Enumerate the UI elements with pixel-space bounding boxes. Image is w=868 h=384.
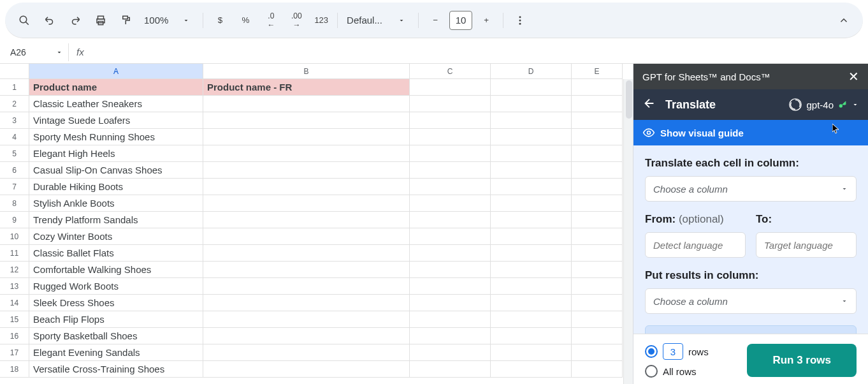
decrease-decimal-button[interactable]: .0←: [259, 9, 282, 32]
cell[interactable]: [572, 162, 623, 179]
cell[interactable]: Sleek Dress Shoes: [29, 295, 203, 311]
cell[interactable]: [410, 195, 491, 212]
row-header[interactable]: 6: [0, 162, 29, 179]
cell[interactable]: [572, 328, 623, 344]
column-header-c[interactable]: C: [410, 64, 491, 79]
cell[interactable]: [572, 96, 623, 112]
instructions-expand[interactable]: Use specific instructions: [645, 325, 857, 334]
cell[interactable]: [410, 344, 491, 361]
font-select[interactable]: Defaul...: [343, 15, 387, 26]
undo-button[interactable]: [38, 9, 61, 32]
search-icon[interactable]: [13, 9, 36, 32]
cell[interactable]: [203, 112, 410, 129]
cell[interactable]: Sporty Basketball Shoes: [29, 328, 203, 344]
row-header[interactable]: 18: [0, 361, 29, 378]
to-language-input[interactable]: [756, 232, 857, 258]
row-header[interactable]: 2: [0, 96, 29, 112]
row-header[interactable]: 10: [0, 228, 29, 245]
cell[interactable]: [410, 212, 491, 228]
redo-button[interactable]: [64, 9, 87, 32]
cell[interactable]: [203, 145, 410, 162]
cell[interactable]: [572, 311, 623, 328]
cell[interactable]: [410, 96, 491, 112]
font-size-input[interactable]: [449, 11, 472, 30]
rows-radio[interactable]: rows: [645, 343, 709, 360]
cell[interactable]: Comfortable Walking Shoes: [29, 262, 203, 278]
increase-decimal-button[interactable]: .00→: [285, 9, 308, 32]
collapse-toolbar-button[interactable]: [832, 9, 855, 32]
cell[interactable]: [491, 162, 572, 179]
cell[interactable]: [491, 245, 572, 262]
cell[interactable]: [203, 129, 410, 145]
cell[interactable]: [410, 361, 491, 378]
cell[interactable]: Elegant Evening Sandals: [29, 344, 203, 361]
cell[interactable]: [491, 112, 572, 129]
cell[interactable]: Durable Hiking Boots: [29, 179, 203, 195]
cell[interactable]: [203, 245, 410, 262]
cell[interactable]: [491, 195, 572, 212]
cell[interactable]: [572, 262, 623, 278]
row-header[interactable]: 4: [0, 129, 29, 145]
cell[interactable]: [491, 145, 572, 162]
cell[interactable]: [203, 311, 410, 328]
cell[interactable]: [410, 129, 491, 145]
row-header[interactable]: 8: [0, 195, 29, 212]
row-header[interactable]: 9: [0, 212, 29, 228]
cell[interactable]: [491, 79, 572, 96]
cell[interactable]: [491, 328, 572, 344]
row-header[interactable]: 16: [0, 328, 29, 344]
cell[interactable]: [410, 112, 491, 129]
cell[interactable]: Cozy Winter Boots: [29, 228, 203, 245]
cell[interactable]: [491, 96, 572, 112]
paint-format-button[interactable]: [115, 9, 138, 32]
cell[interactable]: [203, 195, 410, 212]
cell[interactable]: [203, 162, 410, 179]
cell[interactable]: [203, 278, 410, 295]
cell[interactable]: [410, 278, 491, 295]
cell[interactable]: [410, 79, 491, 96]
cell[interactable]: [410, 295, 491, 311]
cell[interactable]: [572, 361, 623, 378]
cell[interactable]: [491, 361, 572, 378]
row-header[interactable]: 15: [0, 311, 29, 328]
row-header[interactable]: 11: [0, 245, 29, 262]
cell[interactable]: [491, 278, 572, 295]
back-button[interactable]: [642, 96, 656, 113]
cell[interactable]: [203, 295, 410, 311]
cell[interactable]: [410, 162, 491, 179]
row-header[interactable]: 14: [0, 295, 29, 311]
cell[interactable]: Beach Flip Flops: [29, 311, 203, 328]
cell[interactable]: [572, 179, 623, 195]
cell[interactable]: [572, 245, 623, 262]
cell[interactable]: Trendy Platform Sandals: [29, 212, 203, 228]
cell[interactable]: [572, 79, 623, 96]
cell[interactable]: [572, 112, 623, 129]
cell[interactable]: [572, 295, 623, 311]
close-icon[interactable]: ✕: [848, 69, 859, 84]
cell[interactable]: [572, 195, 623, 212]
cell[interactable]: Classic Leather Sneakers: [29, 96, 203, 112]
all-rows-radio[interactable]: All rows: [645, 365, 709, 378]
rows-count-input[interactable]: [663, 343, 683, 360]
row-header[interactable]: 1: [0, 79, 29, 96]
decrease-font-button[interactable]: −: [424, 9, 447, 32]
select-all-corner[interactable]: [0, 64, 29, 79]
cell[interactable]: [572, 212, 623, 228]
row-header[interactable]: 13: [0, 278, 29, 295]
cell[interactable]: Stylish Ankle Boots: [29, 195, 203, 212]
vertical-scrollbar[interactable]: [623, 79, 633, 384]
column-header-d[interactable]: D: [491, 64, 572, 79]
run-button[interactable]: Run 3 rows: [747, 344, 857, 377]
cell[interactable]: [410, 145, 491, 162]
column-header-b[interactable]: B: [203, 64, 410, 79]
cell[interactable]: Elegant High Heels: [29, 145, 203, 162]
results-column-select[interactable]: Choose a column: [645, 288, 857, 314]
cell[interactable]: [410, 311, 491, 328]
percent-button[interactable]: %: [234, 9, 257, 32]
cell[interactable]: [410, 245, 491, 262]
row-header[interactable]: 17: [0, 344, 29, 361]
row-header[interactable]: 12: [0, 262, 29, 278]
zoom-dropdown-icon[interactable]: [175, 9, 198, 32]
cell[interactable]: [203, 212, 410, 228]
cell[interactable]: [572, 228, 623, 245]
